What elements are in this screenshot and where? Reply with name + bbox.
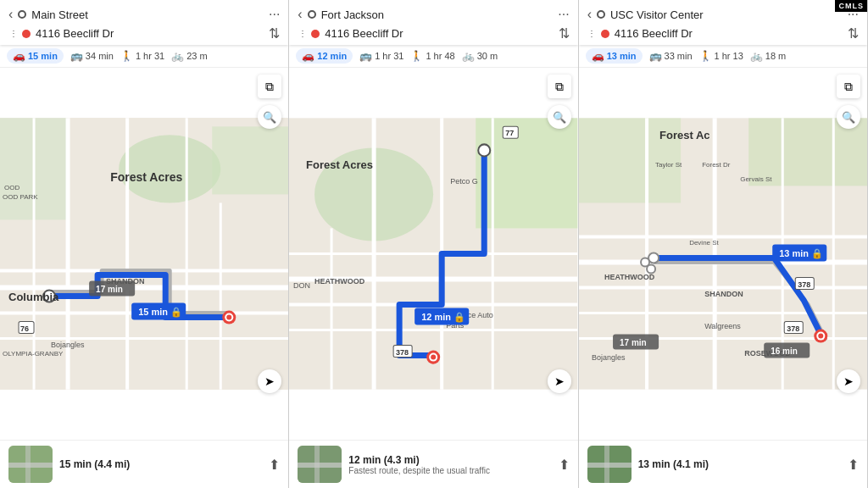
svg-text:Columbia: Columbia	[8, 291, 59, 303]
svg-rect-36	[476, 118, 578, 228]
layers-button-1[interactable]: ⧉	[258, 75, 281, 98]
bottom-bar-1: 15 min (4.4 mi) ⬆	[0, 440, 288, 488]
svg-text:77: 77	[506, 129, 515, 137]
car-icon-3: 🚗	[592, 50, 604, 62]
back-button-2[interactable]: ‹	[298, 7, 302, 22]
route-summary-1: 15 min (4.4 mi)	[59, 458, 269, 470]
map-area-3: Forest Ac Taylor St Forest Dr Gervais St…	[579, 68, 867, 440]
more-button-2[interactable]: ···	[558, 7, 569, 22]
bike-icon-1: 🚲	[171, 50, 184, 62]
share-button-2[interactable]: ⬆	[559, 457, 570, 473]
bike-mode-3[interactable]: 🚲 18 m	[750, 50, 786, 62]
svg-rect-4	[212, 126, 288, 194]
svg-text:DON: DON	[293, 281, 310, 290]
transit-icon-3: 🚌	[649, 50, 662, 62]
compass-button-3[interactable]: ➤	[837, 369, 860, 393]
svg-text:Taylor St: Taylor St	[655, 161, 682, 169]
svg-point-3	[119, 135, 220, 202]
transport-bar-3: 🚗 13 min 🚌 33 min 🚶 1 hr 13 🚲 18 m	[579, 45, 867, 68]
transit-time-1: 34 min	[86, 51, 114, 61]
svg-text:Petco G: Petco G	[451, 177, 479, 186]
car-mode-3[interactable]: 🚗 13 min	[586, 48, 643, 64]
search-map-button-3[interactable]: 🔍	[837, 105, 860, 129]
bike-mode-2[interactable]: 🚲 30 m	[462, 50, 498, 62]
svg-point-48	[431, 355, 436, 360]
svg-rect-33	[25, 446, 31, 483]
transport-bar-1: 🚗 15 min 🚌 34 min 🚶 1 hr 31 🚲 23 m	[0, 45, 288, 68]
cmls-badge: CMLS	[835, 0, 867, 12]
transit-time-3: 33 min	[665, 51, 693, 61]
swap-button-1[interactable]: ⇅	[269, 25, 280, 42]
transit-time-2: 1 hr 31	[375, 51, 403, 61]
svg-text:378: 378	[798, 280, 810, 289]
walk-mode-2[interactable]: 🚶 1 hr 48	[410, 50, 454, 62]
transit-mode-1[interactable]: 🚌 34 min	[70, 50, 114, 62]
header-3: ‹ USC Visitor Center ··· ⋮ 4116 Beecliff…	[579, 0, 867, 45]
origin-dot-3	[597, 10, 605, 19]
car-mode-2[interactable]: 🚗 12 min	[296, 48, 353, 64]
destination-label-3: 4116 Beecliff Dr	[615, 27, 843, 40]
svg-point-17	[226, 315, 231, 320]
map-area-2: Forest Acres Petco G HEATHWOOD Advance A…	[289, 68, 577, 440]
header-1: ‹ Main Street ··· ⋮ 4116 Beecliff Dr ⇅	[0, 0, 288, 45]
route-dots-1: ⋮	[8, 29, 17, 38]
swap-button-3[interactable]: ⇅	[848, 25, 859, 42]
transit-icon-1: 🚌	[70, 50, 83, 62]
svg-text:Devine St: Devine St	[689, 239, 719, 247]
back-button-1[interactable]: ‹	[8, 7, 13, 22]
svg-text:Walgreens: Walgreens	[704, 322, 741, 330]
more-button-1[interactable]: ···	[269, 7, 280, 22]
car-time-1: 15 min	[28, 51, 58, 61]
swap-button-2[interactable]: ⇅	[559, 25, 570, 42]
header-2: ‹ Fort Jackson ··· ⋮ 4116 Beecliff Dr ⇅	[289, 0, 577, 45]
transit-icon-2: 🚌	[359, 50, 372, 62]
svg-text:13 min 🔒: 13 min 🔒	[779, 247, 823, 259]
svg-point-45	[479, 144, 491, 156]
origin-dot-2	[308, 10, 316, 19]
back-button-3[interactable]: ‹	[587, 7, 592, 22]
car-mode-1[interactable]: 🚗 15 min	[7, 48, 64, 64]
destination-label-1: 4116 Beecliff Dr	[36, 27, 264, 40]
svg-text:17 min: 17 min	[96, 285, 123, 294]
map-area-1: Forest Acres Columbia SHANDON OOD OOD PA…	[0, 68, 288, 440]
bike-icon-3: 🚲	[750, 50, 763, 62]
bike-mode-1[interactable]: 🚲 23 m	[171, 50, 207, 62]
svg-text:SHANDON: SHANDON	[704, 290, 743, 298]
origin-label-1: Main Street	[31, 8, 264, 21]
transit-mode-2[interactable]: 🚌 1 hr 31	[359, 50, 403, 62]
origin-dot-1	[18, 10, 26, 19]
search-map-button-2[interactable]: 🔍	[548, 105, 571, 129]
layers-button-2[interactable]: ⧉	[548, 75, 571, 98]
panel-main-street: ‹ Main Street ··· ⋮ 4116 Beecliff Dr ⇅ 🚗…	[0, 0, 289, 488]
route-dots-2: ⋮	[298, 29, 306, 38]
destination-label-2: 4116 Beecliff Dr	[325, 27, 553, 40]
svg-text:OOD: OOD	[4, 184, 19, 191]
route-summary-2: 12 min (4.3 mi)	[348, 454, 558, 466]
svg-text:Bojangles: Bojangles	[51, 341, 85, 349]
bike-time-2: 30 m	[477, 51, 498, 61]
svg-text:Gervais St: Gervais St	[740, 175, 772, 183]
route-summary-3: 13 min (4.1 mi)	[638, 458, 848, 470]
svg-text:378: 378	[787, 324, 799, 333]
transport-bar-2: 🚗 12 min 🚌 1 hr 31 🚶 1 hr 48 🚲 30 m	[289, 45, 577, 68]
svg-text:Bojangles: Bojangles	[592, 353, 626, 362]
layers-button-3[interactable]: ⧉	[837, 75, 860, 98]
svg-text:Forest Acres: Forest Acres	[110, 170, 182, 184]
bike-time-3: 18 m	[765, 51, 786, 61]
svg-text:12 min 🔒: 12 min 🔒	[421, 311, 465, 323]
share-button-1[interactable]: ⬆	[269, 457, 280, 473]
panel-fort-jackson: ‹ Fort Jackson ··· ⋮ 4116 Beecliff Dr ⇅ …	[289, 0, 578, 488]
svg-rect-63	[314, 446, 320, 483]
walk-mode-3[interactable]: 🚶 1 hr 13	[699, 50, 743, 62]
svg-rect-104	[604, 446, 609, 483]
bike-icon-2: 🚲	[462, 50, 475, 62]
svg-text:16 min: 16 min	[771, 347, 798, 356]
transit-mode-3[interactable]: 🚌 33 min	[649, 50, 693, 62]
walk-mode-1[interactable]: 🚶 1 hr 31	[120, 50, 164, 62]
compass-button-2[interactable]: ➤	[548, 369, 571, 393]
svg-text:Forest Acres: Forest Acres	[306, 158, 373, 171]
thumbnail-1	[8, 446, 53, 483]
share-button-3[interactable]: ⬆	[848, 457, 859, 473]
bottom-bar-2: 12 min (4.3 mi) Fastest route, despite t…	[289, 440, 577, 488]
walk-icon-1: 🚶	[120, 50, 133, 62]
